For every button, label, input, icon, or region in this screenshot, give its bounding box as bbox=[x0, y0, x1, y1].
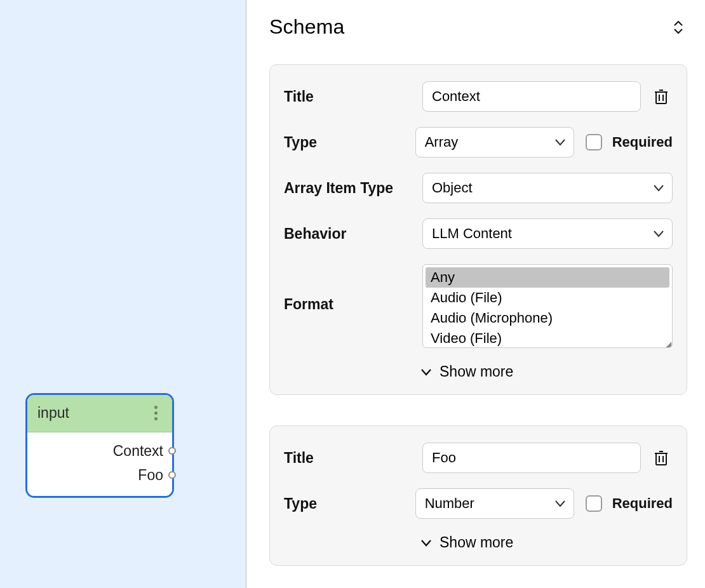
field-row-title: Title bbox=[284, 81, 673, 112]
show-more-label: Show more bbox=[440, 363, 513, 380]
chevron-down-icon bbox=[554, 500, 566, 507]
schema-card: Title Type Array bbox=[269, 64, 687, 395]
delete-icon[interactable] bbox=[650, 446, 673, 469]
required-checkbox[interactable] bbox=[586, 495, 602, 512]
format-option[interactable]: Any bbox=[426, 267, 669, 288]
collapse-icon[interactable] bbox=[669, 17, 687, 37]
port-handle-icon[interactable] bbox=[168, 471, 176, 479]
field-label: Title bbox=[284, 450, 411, 467]
behavior-select[interactable]: LLM Content bbox=[422, 218, 673, 249]
required-checkbox[interactable] bbox=[586, 134, 602, 150]
output-port[interactable]: Context bbox=[29, 439, 171, 463]
svg-rect-0 bbox=[656, 92, 666, 104]
show-more-label: Show more bbox=[440, 534, 513, 551]
field-label: Array Item Type bbox=[284, 180, 411, 197]
show-more-toggle[interactable]: Show more bbox=[284, 363, 673, 380]
delete-icon[interactable] bbox=[650, 85, 673, 108]
format-option[interactable]: Audio (Microphone) bbox=[426, 308, 669, 328]
field-label: Format bbox=[284, 264, 411, 313]
field-row-type: Type Number Required bbox=[284, 488, 673, 519]
title-input[interactable] bbox=[422, 81, 641, 112]
array-item-type-select[interactable]: Object bbox=[422, 173, 673, 203]
format-listbox[interactable]: Any Audio (File) Audio (Microphone) Vide… bbox=[422, 264, 673, 348]
title-input[interactable] bbox=[422, 443, 641, 473]
more-vert-icon[interactable] bbox=[149, 404, 162, 422]
field-label: Type bbox=[284, 495, 404, 512]
field-label: Type bbox=[284, 134, 404, 151]
chevron-down-icon bbox=[420, 539, 432, 547]
field-row-array-item-type: Array Item Type Object bbox=[284, 173, 673, 203]
port-handle-icon[interactable] bbox=[168, 447, 176, 455]
svg-rect-5 bbox=[656, 453, 666, 465]
node-header[interactable]: input bbox=[27, 395, 172, 432]
select-value: Array bbox=[425, 134, 459, 150]
show-more-toggle[interactable]: Show more bbox=[284, 534, 673, 551]
required-label: Required bbox=[612, 495, 673, 512]
chevron-down-icon bbox=[653, 230, 664, 237]
graph-canvas[interactable]: input Context Foo bbox=[0, 0, 246, 588]
field-row-format: Format Any Audio (File) Audio (Microphon… bbox=[284, 264, 673, 348]
schema-card: Title Type Number bbox=[269, 425, 687, 566]
resize-handle-icon[interactable]: ◢ bbox=[666, 342, 670, 346]
field-row-type: Type Array Required bbox=[284, 127, 673, 157]
panel-header: Schema bbox=[269, 15, 687, 39]
select-value: Number bbox=[425, 495, 474, 512]
type-select[interactable]: Number bbox=[415, 488, 574, 519]
node-input[interactable]: input Context Foo bbox=[25, 393, 174, 498]
port-label: Foo bbox=[138, 467, 163, 484]
required-label: Required bbox=[612, 134, 673, 150]
type-select[interactable]: Array bbox=[415, 127, 574, 157]
node-title: input bbox=[37, 404, 69, 422]
output-port[interactable]: Foo bbox=[29, 463, 171, 487]
field-row-behavior: Behavior LLM Content bbox=[284, 218, 673, 249]
chevron-down-icon bbox=[554, 138, 566, 146]
port-label: Context bbox=[113, 443, 163, 460]
schema-panel: Schema Title bbox=[246, 0, 705, 588]
select-value: LLM Content bbox=[432, 225, 512, 242]
field-row-title: Title bbox=[284, 443, 673, 473]
chevron-down-icon bbox=[653, 184, 664, 192]
format-option[interactable]: Video (File) bbox=[426, 328, 669, 348]
field-label: Title bbox=[284, 88, 411, 105]
select-value: Object bbox=[432, 180, 473, 196]
format-option[interactable]: Audio (File) bbox=[426, 288, 669, 308]
node-body: Context Foo bbox=[27, 432, 172, 496]
panel-title: Schema bbox=[269, 15, 345, 39]
chevron-down-icon bbox=[420, 368, 432, 376]
field-label: Behavior bbox=[284, 225, 411, 243]
